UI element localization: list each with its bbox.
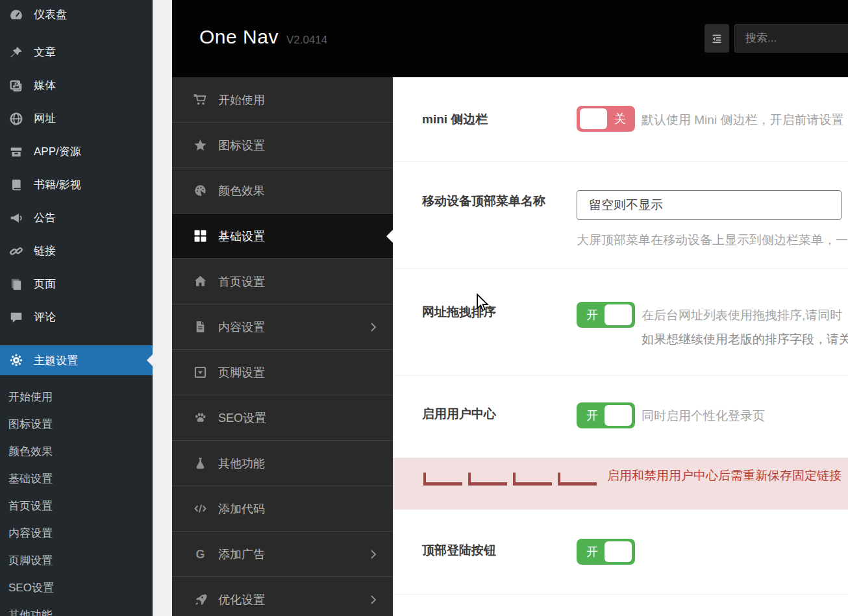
archive-icon bbox=[9, 145, 23, 159]
help-mobile-menu-name: 大屏顶部菜单在移动设备上显示到侧边栏菜单，一 bbox=[577, 232, 848, 249]
submenu-label: 图标设置 bbox=[8, 417, 53, 432]
settings-content: mini 侧边栏 关 默认使用 Mini 侧边栏，开启前请设置 移动设备顶部菜单… bbox=[393, 77, 848, 616]
sidebar-item-announcements[interactable]: 公告 bbox=[0, 201, 153, 234]
sidebar-item-label: 仪表盘 bbox=[34, 7, 67, 22]
home-icon bbox=[193, 275, 207, 288]
sidebar-item-comments[interactable]: 评论 bbox=[0, 301, 153, 334]
palette-icon bbox=[193, 184, 207, 197]
mobile-menu-name-input[interactable] bbox=[577, 190, 842, 220]
book-icon bbox=[9, 178, 23, 192]
submenu-label: 内容设置 bbox=[8, 526, 53, 541]
submenu-label: 首页设置 bbox=[8, 499, 53, 513]
toggle-user-center[interactable]: 开 bbox=[577, 402, 635, 428]
sidebar-item-sites[interactable]: 网址 bbox=[0, 102, 153, 135]
sidebar-item-pages[interactable]: 页面 bbox=[0, 267, 153, 301]
submenu-label: 基础设置 bbox=[8, 471, 53, 486]
footer-caret-icon bbox=[193, 365, 207, 379]
sidebar-item-dashboard[interactable]: 仪表盘 bbox=[0, 0, 153, 29]
content-gutter bbox=[153, 0, 172, 616]
menu-item-content-settings[interactable]: 内容设置 bbox=[172, 304, 393, 350]
permalink-warning-bar: 启用和禁用用户中心后需重新保存固定链接 bbox=[393, 458, 848, 510]
chevron-right-icon bbox=[367, 548, 380, 561]
submenu-label: 其他功能 bbox=[8, 608, 53, 616]
help-drag-sort-2: 如果想继续使用老版的排序字段，请关 bbox=[642, 331, 848, 348]
submenu-item-basic-settings[interactable]: 基础设置 bbox=[0, 465, 153, 492]
sidebar-gap bbox=[0, 334, 153, 345]
link-icon bbox=[9, 244, 23, 258]
svg-text:G: G bbox=[196, 548, 205, 561]
row-divider bbox=[393, 268, 848, 269]
menu-item-icon-settings[interactable]: 图标设置 bbox=[172, 123, 393, 168]
setting-label-user-center: 启用用户中心 bbox=[422, 406, 496, 423]
menu-item-label: 页脚设置 bbox=[218, 365, 265, 380]
setting-label-mobile-menu-name: 移动设备顶部菜单名称 bbox=[422, 193, 545, 210]
sidebar-item-posts[interactable]: 文章 bbox=[0, 36, 153, 69]
admin-sidebar: 仪表盘 文章 媒体 网址 APP/资源 书籍/影视 公告 链接 bbox=[0, 0, 153, 616]
submenu-item-seo-settings[interactable]: SEO设置 bbox=[0, 574, 153, 601]
rocket-icon bbox=[193, 593, 207, 606]
menu-item-get-started[interactable]: 开始使用 bbox=[172, 77, 393, 123]
sidebar-item-label: 评论 bbox=[34, 310, 56, 325]
menu-item-other-features[interactable]: 其他功能 bbox=[172, 441, 393, 486]
menu-item-label: 图标设置 bbox=[218, 138, 265, 153]
menu-item-label: SEO设置 bbox=[218, 410, 266, 426]
red-line-shape bbox=[423, 473, 462, 486]
sidebar-item-books-media[interactable]: 书籍/影视 bbox=[0, 168, 153, 201]
sidebar-item-app-resources[interactable]: APP/资源 bbox=[0, 135, 153, 168]
sidebar-item-label: APP/资源 bbox=[34, 144, 81, 159]
menu-item-seo-settings[interactable]: SEO设置 bbox=[172, 395, 393, 441]
help-drag-sort-1: 在后台网址列表使用拖拽排序,请同时 bbox=[642, 307, 842, 324]
red-line-shape bbox=[558, 473, 597, 486]
menu-item-label: 首页设置 bbox=[218, 274, 265, 290]
code-icon bbox=[193, 502, 207, 515]
sidebar-item-label: 主题设置 bbox=[34, 353, 78, 368]
sidebar-item-theme-settings[interactable]: 主题设置 bbox=[0, 345, 153, 375]
menu-item-label: 优化设置 bbox=[218, 592, 265, 608]
menu-item-basic-settings[interactable]: 基础设置 bbox=[172, 214, 393, 259]
sidebar-item-label: 书籍/影视 bbox=[34, 177, 81, 192]
red-line-shape bbox=[513, 473, 552, 486]
toggle-mini-sidebar[interactable]: 关 bbox=[577, 106, 635, 132]
submenu-label: 页脚设置 bbox=[8, 553, 53, 568]
submenu-item-other-features[interactable]: 其他功能 bbox=[0, 601, 153, 616]
sidebar-item-label: 公告 bbox=[34, 210, 56, 225]
sidebar-item-label: 网址 bbox=[34, 111, 56, 126]
submenu-item-color-effects[interactable]: 颜色效果 bbox=[0, 437, 153, 465]
menu-item-label: 添加广告 bbox=[218, 547, 265, 562]
panel-title: One Nav bbox=[199, 26, 279, 48]
google-g-icon: G bbox=[193, 547, 207, 561]
sidebar-separator bbox=[0, 29, 153, 36]
search-input[interactable] bbox=[734, 24, 848, 53]
submenu-item-get-started[interactable]: 开始使用 bbox=[0, 383, 153, 410]
active-menu-arrow bbox=[386, 230, 393, 243]
menu-item-add-code[interactable]: 添加代码 bbox=[172, 486, 393, 532]
row-divider bbox=[393, 375, 848, 376]
toggle-top-login[interactable]: 开 bbox=[577, 539, 635, 565]
menu-item-label: 开始使用 bbox=[218, 92, 265, 108]
menu-item-home-settings[interactable]: 首页设置 bbox=[172, 259, 393, 304]
menu-item-add-ads[interactable]: G 添加广告 bbox=[172, 532, 393, 577]
media-icon bbox=[9, 79, 23, 93]
submenu-label: 开始使用 bbox=[8, 389, 53, 404]
submenu-item-content-settings[interactable]: 内容设置 bbox=[0, 519, 153, 547]
menu-item-color-effects[interactable]: 颜色效果 bbox=[172, 168, 393, 214]
toggle-knob bbox=[580, 108, 607, 129]
submenu-item-footer-settings[interactable]: 页脚设置 bbox=[0, 547, 153, 574]
setting-label-top-login: 顶部登陆按钮 bbox=[422, 542, 496, 559]
pages-icon bbox=[9, 277, 23, 291]
toggle-drag-sort[interactable]: 开 bbox=[577, 302, 635, 328]
theme-settings-submenu: 开始使用 图标设置 颜色效果 基础设置 首页设置 内容设置 页脚设置 SEO设置… bbox=[0, 375, 153, 616]
theme-panel-header: One Nav V2.0414 bbox=[172, 0, 848, 77]
submenu-item-icon-settings[interactable]: 图标设置 bbox=[0, 410, 153, 437]
sidebar-item-links[interactable]: 链接 bbox=[0, 234, 153, 267]
submenu-item-home-settings[interactable]: 首页设置 bbox=[0, 492, 153, 519]
setting-label-mini-sidebar: mini 侧边栏 bbox=[422, 111, 488, 128]
menu-item-optimization[interactable]: 优化设置 bbox=[172, 577, 393, 616]
menu-item-footer-settings[interactable]: 页脚设置 bbox=[172, 350, 393, 395]
paw-icon bbox=[193, 411, 207, 425]
row-divider bbox=[393, 161, 848, 162]
sidebar-item-media[interactable]: 媒体 bbox=[0, 69, 153, 102]
collapse-menu-button[interactable] bbox=[705, 24, 729, 53]
star-icon bbox=[193, 138, 207, 152]
menu-item-label: 颜色效果 bbox=[218, 183, 265, 199]
